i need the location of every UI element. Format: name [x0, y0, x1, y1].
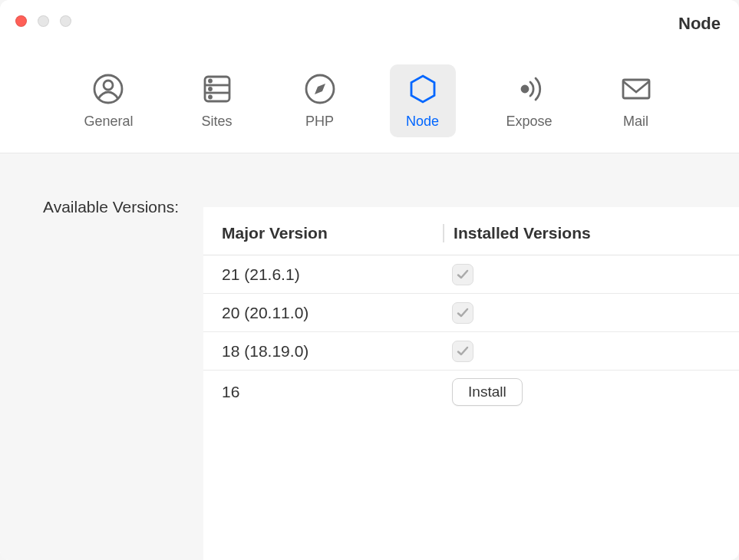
svg-point-6	[209, 88, 211, 91]
checkmark-icon	[456, 344, 470, 358]
checkmark-icon	[456, 306, 470, 320]
column-header-installed: Installed Versions	[443, 224, 721, 242]
tab-label: Expose	[506, 114, 553, 130]
tab-node[interactable]: Node	[390, 64, 456, 137]
compass-icon	[303, 72, 337, 106]
version-label: 21 (21.6.1)	[222, 265, 452, 284]
install-button[interactable]: Install	[452, 378, 523, 406]
version-label: 18 (18.19.0)	[222, 342, 452, 361]
tab-general[interactable]: General	[70, 64, 147, 137]
svg-point-7	[209, 96, 211, 98]
installed-cell	[452, 264, 721, 285]
tab-mail[interactable]: Mail	[603, 64, 669, 137]
installed-cell	[452, 302, 721, 324]
installed-cell: Install	[452, 378, 721, 406]
hexagon-icon	[406, 72, 440, 106]
preferences-window: Node General	[0, 0, 739, 560]
svg-point-1	[104, 81, 113, 90]
installed-checkbox[interactable]	[452, 341, 473, 362]
maximize-window-button[interactable]	[60, 15, 71, 27]
tab-label: Mail	[623, 114, 648, 130]
tab-label: General	[84, 114, 133, 130]
tab-label: Sites	[201, 114, 232, 130]
envelope-icon	[619, 72, 653, 106]
versions-panel: Major Version Installed Versions 21 (21.…	[203, 207, 739, 560]
table-row: 21 (21.6.1)	[203, 255, 739, 294]
column-header-major: Major Version	[222, 224, 452, 242]
tab-label: PHP	[305, 114, 334, 130]
close-window-button[interactable]	[15, 15, 27, 27]
version-label: 20 (20.11.0)	[222, 304, 452, 322]
table-row: 20 (20.11.0)	[203, 294, 739, 332]
titlebar: Node	[0, 0, 739, 40]
table-header: Major Version Installed Versions	[203, 207, 739, 255]
installed-checkbox[interactable]	[452, 264, 473, 285]
traffic-lights	[15, 15, 71, 27]
svg-point-9	[522, 86, 528, 92]
tab-sites[interactable]: Sites	[184, 64, 250, 137]
user-circle-icon	[91, 72, 125, 106]
server-icon	[200, 72, 234, 106]
version-label: 16	[222, 383, 452, 401]
content-area: Available Versions: Major Version Instal…	[0, 153, 739, 560]
preferences-toolbar: General Sites	[0, 40, 739, 153]
window-title: Node	[678, 14, 721, 34]
table-row: 18 (18.19.0)	[203, 332, 739, 371]
table-row: 16 Install	[203, 371, 739, 413]
minimize-window-button[interactable]	[38, 15, 49, 27]
section-label: Available Versions:	[43, 196, 179, 560]
versions-table: Major Version Installed Versions 21 (21.…	[203, 207, 739, 413]
installed-checkbox[interactable]	[452, 302, 473, 324]
tab-php[interactable]: PHP	[287, 64, 353, 137]
svg-rect-10	[623, 80, 649, 98]
svg-point-5	[209, 80, 211, 82]
tab-label: Node	[406, 114, 439, 130]
checkmark-icon	[456, 268, 470, 282]
tab-expose[interactable]: Expose	[493, 64, 566, 137]
broadcast-icon	[513, 72, 546, 106]
installed-cell	[452, 341, 721, 362]
